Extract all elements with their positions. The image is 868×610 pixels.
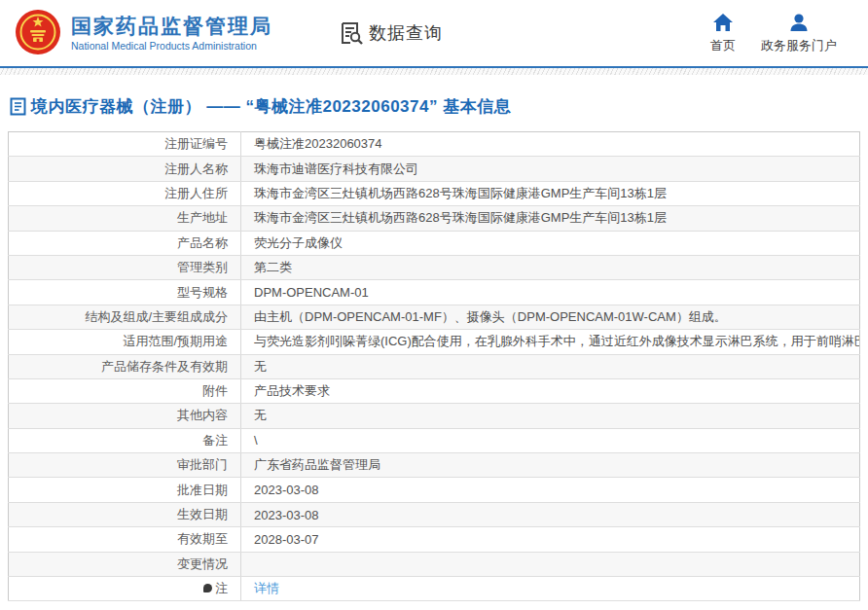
row-label-text: 产品名称 — [177, 235, 228, 250]
data-query-label: 数据查询 — [369, 21, 443, 45]
row-value: 产品技术要求 — [241, 378, 860, 403]
row-label: 注册人住所 — [9, 181, 241, 205]
hatch-band — [0, 68, 868, 75]
row-label: 注册证编号 — [9, 132, 241, 157]
table-row: 变更情况 — [9, 552, 860, 576]
detail-link[interactable]: 详情 — [254, 581, 279, 595]
row-label-text: 注册证编号 — [164, 136, 228, 151]
row-label: 生效日期 — [9, 502, 241, 526]
row-value: 2028-03-07 — [241, 527, 860, 552]
row-label-text: 型号规格 — [177, 285, 228, 300]
row-label-text: 批准日期 — [177, 483, 228, 497]
table-row: 审批部门 广东省药品监督管理局 — [9, 453, 860, 478]
row-value: 珠海市金湾区三灶镇机场西路628号珠海国际健康港GMP生产车间13栋1层 — [241, 206, 860, 231]
row-value: 与荧光造影剂吲哚菁绿(ICG)配合使用，在乳腺外科手术中，通过近红外成像技术显示… — [241, 330, 860, 354]
row-label: 产品名称 — [9, 231, 241, 255]
row-value: 详情 — [241, 577, 860, 601]
row-label: 注册人名称 — [9, 157, 241, 181]
row-label-text: 注册人名称 — [164, 161, 228, 176]
row-label: 管理类别 — [9, 255, 241, 279]
table-row: 备注 \ — [9, 428, 860, 452]
row-label-text: 管理类别 — [177, 260, 228, 274]
user-icon — [788, 13, 810, 32]
row-label-text: 附件 — [202, 383, 228, 398]
table-row: 附件 产品技术要求 — [9, 378, 860, 403]
row-label-text: 生效日期 — [177, 507, 228, 521]
row-value: 第二类 — [241, 255, 860, 279]
row-label: 变更情况 — [9, 552, 241, 576]
nav-portal-label: 政务服务门户 — [761, 37, 837, 54]
row-value — [241, 552, 860, 576]
bulb-icon — [203, 584, 212, 593]
row-label: 有效期至 — [9, 527, 241, 552]
data-query-section[interactable]: 数据查询 — [339, 20, 443, 46]
row-value: \ — [241, 428, 860, 452]
table-row: 管理类别 第二类 — [9, 255, 860, 279]
document-icon — [10, 97, 26, 116]
row-label-text: 审批部门 — [177, 457, 228, 472]
page-title: 境内医疗器械（注册） —— “粤械注准20232060374” 基本信息 — [0, 75, 868, 131]
table-row: 有效期至 2028-03-07 — [9, 527, 860, 552]
brand-title: 国家药品监督管理局 — [71, 15, 272, 38]
table-row: 型号规格 DPM-OPENCAM-01 — [9, 280, 860, 305]
row-label-text: 结构及组成/主要组成成分 — [85, 309, 228, 324]
table-row: 生效日期 2023-03-08 — [9, 502, 860, 526]
row-value: DPM-OPENCAM-01 — [241, 280, 860, 305]
row-label-text: 生产地址 — [177, 210, 228, 225]
row-label: 附件 — [9, 378, 241, 403]
site-header: 国家药品监督管理局 National Medical Products Admi… — [0, 0, 868, 66]
table-row: 注册证编号 粤械注准20232060374 — [9, 132, 860, 157]
row-value: 荧光分子成像仪 — [241, 231, 860, 255]
row-value: 广东省药品监督管理局 — [241, 453, 860, 478]
table-row: 批准日期 2023-03-08 — [9, 478, 860, 502]
table-row: 生产地址 珠海市金湾区三灶镇机场西路628号珠海国际健康港GMP生产车间13栋1… — [9, 206, 860, 231]
info-table: 注册证编号 粤械注准20232060374 注册人名称 珠海市迪谱医疗科技有限公… — [8, 131, 860, 601]
document-search-icon — [339, 20, 364, 46]
row-label: 备注 — [9, 428, 241, 452]
row-value: 无 — [241, 404, 860, 428]
row-label-text: 注 — [215, 581, 228, 595]
page-title-text: 境内医疗器械（注册） —— “粤械注准20232060374” 基本信息 — [31, 95, 511, 118]
brand-subtitle: National Medical Products Administration — [71, 40, 272, 52]
table-row: 注册人住所 珠海市金湾区三灶镇机场西路628号珠海国际健康港GMP生产车间13栋… — [9, 181, 860, 205]
row-label: 审批部门 — [9, 453, 241, 478]
info-table-body: 注册证编号 粤械注准20232060374 注册人名称 珠海市迪谱医疗科技有限公… — [9, 132, 860, 601]
row-label-text: 其他内容 — [177, 408, 228, 422]
row-value: 珠海市金湾区三灶镇机场西路628号珠海国际健康港GMP生产车间13栋1层 — [241, 181, 860, 205]
row-label: 结构及组成/主要组成成分 — [9, 305, 241, 329]
table-row: 适用范围/预期用途 与荧光造影剂吲哚菁绿(ICG)配合使用，在乳腺外科手术中，通… — [9, 330, 860, 354]
page: 国家药品监督管理局 National Medical Products Admi… — [0, 0, 868, 610]
table-row: 结构及组成/主要组成成分 由主机（DPM-OPENCAM-01-MF）、摄像头（… — [9, 305, 860, 329]
row-label-text: 注册人住所 — [164, 186, 228, 200]
table-wrap: 注册证编号 粤械注准20232060374 注册人名称 珠海市迪谱医疗科技有限公… — [0, 131, 868, 601]
header-nav: 首页 政务服务门户 — [710, 13, 854, 54]
table-row: 产品储存条件及有效期 无 — [9, 354, 860, 378]
brand-text: 国家药品监督管理局 National Medical Products Admi… — [71, 15, 272, 52]
row-label-text: 产品储存条件及有效期 — [101, 359, 228, 374]
row-label: 适用范围/预期用途 — [9, 330, 241, 354]
row-value: 由主机（DPM-OPENCAM-01-MF）、摄像头（DPM-OPENCAM-0… — [241, 305, 860, 329]
row-label: 型号规格 — [9, 280, 241, 305]
table-row: 产品名称 荧光分子成像仪 — [9, 231, 860, 255]
row-label: 批准日期 — [9, 478, 241, 502]
row-label: 生产地址 — [9, 206, 241, 231]
row-label-text: 变更情况 — [177, 556, 228, 571]
table-row: 注 详情 — [9, 577, 860, 601]
row-value: 珠海市迪谱医疗科技有限公司 — [241, 157, 860, 181]
nav-home-label: 首页 — [710, 37, 736, 54]
row-label-text: 有效期至 — [177, 531, 228, 546]
national-emblem-logo — [14, 9, 62, 57]
row-label: 注 — [9, 577, 241, 601]
row-value: 无 — [241, 354, 860, 378]
row-label: 产品储存条件及有效期 — [9, 354, 241, 378]
table-row: 其他内容 无 — [9, 404, 860, 428]
brand[interactable]: 国家药品监督管理局 National Medical Products Admi… — [14, 9, 272, 57]
nav-home[interactable]: 首页 — [710, 13, 736, 54]
row-value: 2023-03-08 — [241, 502, 860, 526]
nav-portal[interactable]: 政务服务门户 — [761, 13, 837, 54]
main-content: 境内医疗器械（注册） —— “粤械注准20232060374” 基本信息 注册证… — [0, 75, 868, 601]
row-label-text: 适用范围/预期用途 — [123, 334, 228, 348]
home-icon — [712, 13, 734, 32]
table-row: 注册人名称 珠海市迪谱医疗科技有限公司 — [9, 157, 860, 181]
row-label-text: 备注 — [202, 433, 228, 448]
